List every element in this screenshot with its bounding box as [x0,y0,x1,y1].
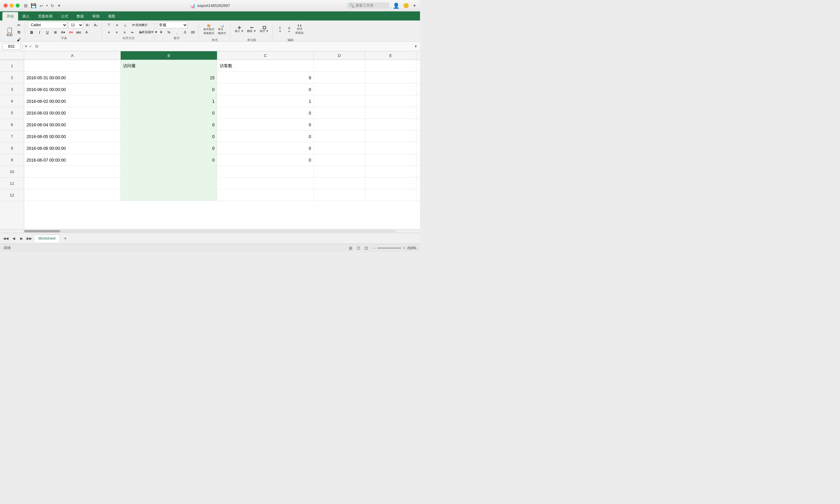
cell-d12[interactable] [314,189,365,201]
cell-b3[interactable]: 0 [121,84,217,95]
cell-a4[interactable]: 2016-06-02 00:00:00 [24,95,121,107]
cell-a8[interactable]: 2016-06-06 00:00:00 [24,142,121,154]
sheet-nav-prev[interactable]: ◀ [10,235,17,242]
tab-home[interactable]: 开始 [2,12,18,20]
font-color-button[interactable]: A▾ [67,29,74,36]
tab-formula[interactable]: 公式 [57,12,72,20]
increase-decimal-button[interactable]: .0 [181,29,188,36]
format-cells-button[interactable]: 🔲 格式 ▼ [258,22,270,37]
table-format-button[interactable]: 📊 单元 格样式 [216,22,227,37]
wrap-text-button[interactable]: 自动换行 [138,22,145,28]
customize-icon[interactable]: ▼ [57,4,61,8]
cell-d5[interactable] [314,107,365,119]
redo-icon[interactable]: ↻ [51,3,54,8]
cell-e6[interactable] [365,119,416,130]
minimize-button[interactable] [10,4,14,7]
border-button[interactable]: ⊞ [52,29,59,36]
corner-cell[interactable] [0,51,24,60]
chevron-down-icon[interactable]: ▼ [413,4,416,8]
sort-filter-button[interactable]: ⬆⬇ 排序 和筛选 [294,22,305,37]
horizontal-scrollbar[interactable] [0,229,420,233]
cell-b9[interactable]: 0 [121,154,217,166]
sheet-tab-worksheet[interactable]: Worksheet [34,235,60,242]
row-number[interactable]: 1 [0,60,24,72]
cell-b8[interactable]: 0 [121,142,217,154]
col-header-e[interactable]: E [365,51,416,60]
cell-c10[interactable] [217,166,314,178]
cancel-formula-icon[interactable]: ✕ [24,44,28,49]
font-size-select[interactable]: 11 [68,22,83,28]
cell-a1[interactable] [24,60,121,72]
cell-c7[interactable]: 0 [217,130,314,142]
tab-view[interactable]: 视图 [104,12,119,20]
cell-a2[interactable]: 2016-05-31 00:00:00 [24,72,121,84]
sheet-nav-last[interactable]: ▶▶ [26,235,33,242]
cell-b5[interactable]: 0 [121,107,217,119]
tab-insert[interactable]: 插入 [18,12,34,20]
user-icon[interactable]: 👤 [393,2,399,9]
tab-data[interactable]: 数据 [72,12,88,20]
align-right-button[interactable]: ≡ [121,29,128,36]
cell-e1[interactable] [365,60,416,72]
cell-d8[interactable] [314,142,365,154]
cell-c8[interactable]: 0 [217,142,314,154]
maximize-button[interactable] [16,4,20,7]
decrease-decimal-button[interactable]: .00 [189,29,196,36]
font-extra-button[interactable]: A [83,29,90,36]
tab-review[interactable]: 审阅 [88,12,104,20]
cell-c3[interactable]: 0 [217,84,314,95]
cell-b7[interactable]: 0 [121,130,217,142]
cell-a11[interactable] [24,178,121,189]
cut-button[interactable]: ✂ [15,22,22,28]
cell-a10[interactable] [24,166,121,178]
cell-c2[interactable]: 9 [217,72,314,84]
align-bottom-button[interactable]: ⊥ [122,22,129,28]
cell-e2[interactable] [365,72,416,84]
cell-b2[interactable]: 15 [121,72,217,84]
comma-button[interactable]: , [173,29,181,36]
cell-d2[interactable] [314,72,365,84]
undo-dropdown-icon[interactable]: ▾ [46,4,48,7]
cell-d3[interactable] [314,84,365,95]
cell-a6[interactable]: 2016-06-04 00:00:00 [24,119,121,130]
align-top-button[interactable]: ⊤ [105,22,113,28]
col-header-b[interactable]: B [121,51,217,60]
row-number[interactable]: 10 [0,166,24,178]
row-number[interactable]: 2 [0,72,24,84]
sheet-nav-next[interactable]: ▶ [18,235,25,242]
sidebar-icon[interactable]: ⊞ [24,3,28,8]
row-number[interactable]: 5 [0,107,24,119]
cell-a12[interactable] [24,189,121,201]
row-number[interactable]: 7 [0,130,24,142]
cell-e5[interactable] [365,107,416,119]
cell-c11[interactable] [217,178,314,189]
indent-decrease-button[interactable]: ⇤ [129,29,136,36]
zoom-slider[interactable] [377,248,401,249]
merge-button[interactable]: 合并后居中 ▼ [144,29,152,36]
sheet-nav-first[interactable]: ◀◀ [2,235,9,242]
cell-d4[interactable] [314,95,365,107]
cell-reference-box[interactable]: B32 [2,43,20,50]
zoom-in-button[interactable]: + [403,246,405,250]
cell-b6[interactable]: 0 [121,119,217,130]
row-number[interactable]: 6 [0,119,24,130]
tab-page-layout[interactable]: 页面布局 [34,12,57,20]
increase-font-button[interactable]: A↑ [84,22,91,28]
undo-icon[interactable]: ↩ [39,3,43,8]
cell-b1[interactable]: 访问量 [121,60,217,72]
cell-c12[interactable] [217,189,314,201]
row-number[interactable]: 9 [0,154,24,166]
formula-expand-icon[interactable]: ▼ [414,44,417,49]
col-header-a[interactable]: A [24,51,121,60]
close-button[interactable] [4,4,7,7]
cell-d10[interactable] [314,166,365,178]
cell-e7[interactable] [365,130,416,142]
underline-button[interactable]: U [44,29,51,36]
cell-b10[interactable] [121,166,217,178]
row-number[interactable]: 12 [0,189,24,201]
cell-c4[interactable]: 1 [217,95,314,107]
conditional-format-button[interactable]: 🎨 条件格式 表格格式 [202,22,216,37]
cell-b4[interactable]: 1 [121,95,217,107]
cell-e8[interactable] [365,142,416,154]
cell-a5[interactable]: 2016-06-03 00:00:00 [24,107,121,119]
